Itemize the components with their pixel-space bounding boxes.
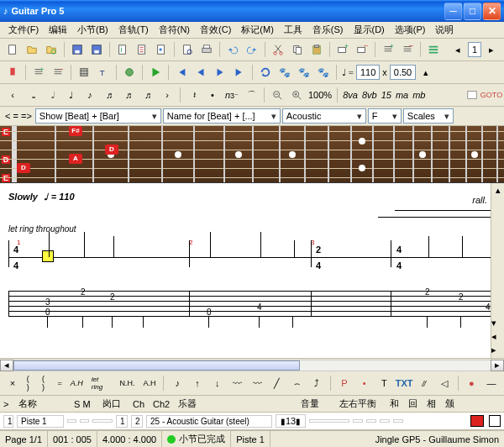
accented-button[interactable]: ( ) [39,373,52,393]
chord-button[interactable] [75,63,93,82]
menu-note[interactable]: 音符(N) [154,22,195,38]
loop-button[interactable] [256,63,275,82]
track-row[interactable]: 1 Piste 1 1 2 25 - Acoustic Guitar (stee… [0,413,504,430]
maximize-button[interactable]: □ [464,3,481,20]
multitrack-button[interactable] [424,40,443,59]
score-area[interactable]: Slowly ♩ = 110 rall. let ring throughout… [0,183,504,358]
menu-options[interactable]: 选项(P) [390,22,431,38]
increase-duration-button[interactable]: ‹ [3,86,22,104]
stylesheet-button[interactable] [152,40,171,59]
menu-music[interactable]: 音乐(S) [307,22,349,38]
staccato-button[interactable]: • [355,374,374,392]
tempo-input[interactable]: 110 [356,65,380,80]
menu-tools[interactable]: 工具 [279,22,307,38]
downstroke-button[interactable]: ↓ [208,374,227,392]
copy-button[interactable] [288,40,307,59]
close-button[interactable]: ✕ [483,3,501,20]
wide-vibrato-button[interactable]: 〰 [248,374,266,392]
thirtysecond-note-button[interactable]: ♬ [119,86,138,104]
track-phaser[interactable] [380,419,390,423]
track-name[interactable]: Piste 1 [17,415,64,428]
15ma-label-bot[interactable]: ma [394,90,410,100]
speed-trainer-button[interactable]: 🐾 [276,63,294,82]
track-pan[interactable] [309,419,349,423]
cut-button[interactable] [269,40,287,59]
menu-file[interactable]: 文件(F) [3,22,44,38]
countdown-button[interactable]: 🐾 [314,63,333,82]
track-chorus[interactable] [353,419,363,423]
fretboard-panel[interactable]: E D E F# D A D [0,126,504,183]
insert-note-button[interactable]: + [29,63,48,82]
bend-button[interactable]: ⤴ [307,374,326,392]
show-combo[interactable]: Show [Beat] + [Bar]▾ [35,108,161,124]
key-combo[interactable]: F▾ [368,108,402,124]
properties-button[interactable] [133,40,151,59]
hscrollbar[interactable]: ◂▸ [0,358,504,371]
track-solo[interactable] [67,419,76,423]
prev-page-button[interactable]: ◂ [449,40,467,59]
menu-effect[interactable]: 音效(C) [195,22,236,38]
text-button[interactable]: T [94,63,113,82]
ah-button[interactable]: A.H [67,377,87,389]
tempo-spinner[interactable]: ▴ [417,63,435,82]
heavy-accented-button[interactable]: = [54,377,65,389]
8vb-button[interactable]: 8vb [360,90,379,100]
track-tremolo[interactable] [393,419,403,423]
scales-combo[interactable]: Scales▾ [403,108,454,124]
track-reverb[interactable] [366,419,376,423]
save-button[interactable] [68,40,87,59]
tie-button[interactable]: ⌒ [242,86,260,104]
upstroke-button[interactable]: ↑ [188,374,207,392]
track-volume[interactable]: ▮13▮ [276,414,306,428]
track-gang[interactable] [92,419,113,423]
tuplet-button[interactable]: n3⁻ [223,86,241,104]
redo-button[interactable] [243,40,261,59]
dead-note-button[interactable]: × [3,374,22,392]
15mb-label[interactable]: mb [411,90,427,100]
spinner-value[interactable]: 1 [468,42,481,57]
tapping-button[interactable]: T [375,374,393,392]
add-track-button[interactable]: + [333,40,352,59]
next-page-button[interactable]: ▸ [482,40,501,59]
txt-button[interactable]: TXT [395,374,413,392]
remove-track-button[interactable]: − [353,40,371,59]
palm-mute-button[interactable]: P [335,374,354,392]
vibrato-button[interactable]: 〰 [228,374,247,392]
first-bar-button[interactable] [172,63,191,82]
view-mode-button[interactable] [463,86,481,104]
menu-help[interactable]: 说明 [430,22,459,38]
8va-button[interactable]: 8va [341,90,360,100]
whole-note-button[interactable]: 𝅝 [23,86,41,104]
grace-note-button[interactable]: ♪ [168,374,186,392]
sound-combo[interactable]: Acoustic▾ [282,108,366,124]
zoom-out-button[interactable] [268,86,286,104]
browse-button[interactable] [42,40,60,59]
insert-marker-button[interactable] [3,63,22,82]
metronome-button[interactable]: 🐾 [295,63,313,82]
new-file-button[interactable] [3,40,22,59]
last-bar-button[interactable] [230,63,249,82]
undo-button[interactable] [223,40,242,59]
tremolo-button[interactable]: ⫽ [415,374,433,392]
sixteenth-note-button[interactable]: ♬ [100,86,118,104]
vscrollbar[interactable]: ▴ ▾ ◂ ▸ [491,183,504,358]
menu-edit[interactable]: 编辑 [44,22,72,38]
add-bar-button[interactable]: + [379,40,397,59]
goto-button[interactable]: GOTO [482,86,501,104]
save-as-button[interactable] [87,40,106,59]
decrease-duration-button[interactable]: › [158,86,176,104]
ghost-note-button[interactable]: ( ) [24,373,37,393]
nav-arrows[interactable]: < = => [3,111,34,121]
track-arrow-col[interactable]: > [3,399,13,409]
menu-bar-item[interactable]: 小节(B) [72,22,113,38]
let-ring-button[interactable]: let ring [88,374,115,392]
15ma-label-top[interactable]: 15 [380,90,393,100]
menu-mark[interactable]: 标记(M) [236,22,279,38]
dotted-button[interactable]: • [203,86,222,104]
zoom-in-button[interactable] [287,86,306,104]
minimize-button[interactable]: ─ [444,3,462,20]
ah2-button[interactable]: A.H [139,377,159,389]
menu-display[interactable]: 显示(D) [349,22,390,38]
hammer-button[interactable]: ⌢ [288,374,307,392]
prev-bar-button[interactable] [192,63,210,82]
